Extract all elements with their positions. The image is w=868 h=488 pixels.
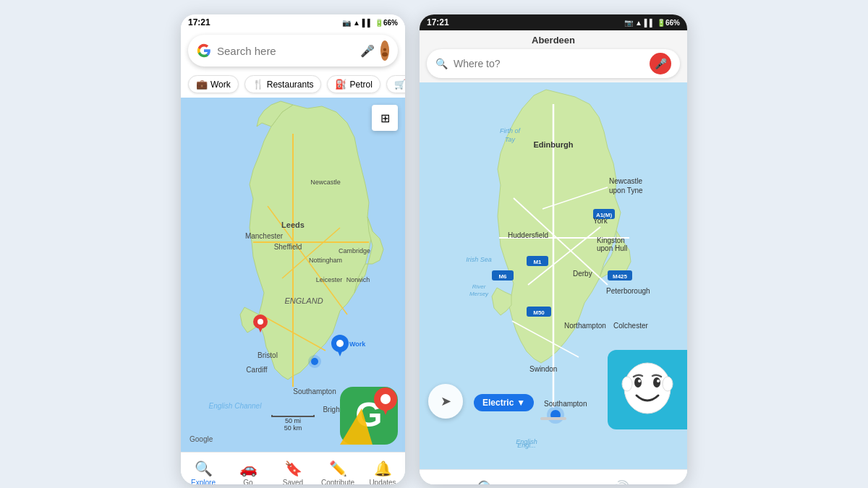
camera-icon: 📷 — [342, 19, 351, 27]
svg-point-40 — [380, 394, 391, 404]
waze-navigation-button[interactable]: ➤ — [428, 384, 463, 419]
gmaps-bottom-nav: 🔍 Explore 🚗 Go 🔖 Saved ✏️ Contribute 🔔 U… — [181, 452, 405, 484]
scale-text-km: 50 km — [271, 424, 315, 432]
updates-icon: 🔔 — [374, 460, 392, 477]
svg-text:Cardiff: Cardiff — [246, 366, 267, 374]
svg-text:Mersey: Mersey — [469, 291, 489, 297]
gmaps-search-bar[interactable]: 🎤 — [188, 35, 398, 67]
svg-text:Cambridge: Cambridge — [339, 247, 370, 254]
chip-restaurants-label: Restaurants — [267, 80, 314, 90]
gmaps-logo-icon — [197, 43, 211, 58]
nav-explore[interactable]: 🔍 Explore — [181, 453, 226, 484]
scale-bar: 50 mi 50 km — [271, 415, 315, 432]
svg-point-93 — [622, 377, 632, 391]
restaurant-chip-icon: 🍴 — [252, 79, 264, 90]
gmaps-status-bar: 17:21 📷 ▲ ▌▌ 🔋66% — [181, 14, 405, 30]
electric-badge-label: Electric — [482, 398, 514, 408]
waze-signal-icon: ▌▌ — [644, 19, 655, 27]
waze-time: 17:21 — [427, 17, 449, 27]
scroll-handle — [540, 417, 566, 424]
svg-text:Huddersfield: Huddersfield — [508, 231, 548, 239]
waze-mic-button[interactable]: 🎤 — [650, 53, 671, 74]
svg-text:Northampton: Northampton — [564, 322, 606, 330]
gmaps-header: 🎤 — [181, 30, 405, 71]
google-maps-phone: 17:21 📷 ▲ ▌▌ 🔋66% 🎤 — [181, 14, 405, 484]
waze-map-container[interactable]: M1 M6 A1(M) M425 M50 Edinburgh Newcastle… — [420, 82, 687, 469]
svg-text:Nottingham: Nottingham — [309, 257, 342, 264]
map-layer-button[interactable]: ⊞ — [372, 105, 398, 131]
waze-nav-sound[interactable]: 🔊 — [553, 470, 687, 484]
svg-text:Bristol: Bristol — [258, 351, 278, 359]
battery-icon: 🔋66% — [375, 19, 398, 27]
svg-point-1 — [383, 48, 386, 51]
svg-text:ENGLAND: ENGLAND — [284, 296, 323, 305]
work-chip-icon: 💼 — [196, 79, 208, 90]
layers-icon: ⊞ — [380, 111, 390, 125]
svg-text:Newcastle: Newcastle — [310, 179, 341, 186]
svg-text:upon Tyne: upon Tyne — [609, 187, 643, 194]
waze-bottom-nav: 🔍 🔊 — [420, 469, 687, 484]
gmaps-search-input[interactable] — [217, 45, 354, 57]
gmaps-map-container[interactable]: Leeds Sheffield Manchester Bristol Cardi… — [181, 98, 405, 452]
svg-text:Irish Sea: Irish Sea — [466, 256, 492, 263]
chip-restaurants[interactable]: 🍴 Restaurants — [244, 75, 322, 93]
nav-saved[interactable]: 🔖 Saved — [271, 453, 315, 484]
nav-go[interactable]: 🚗 Go — [226, 453, 271, 484]
svg-text:Tay: Tay — [505, 136, 516, 143]
svg-point-89 — [634, 377, 642, 388]
svg-point-92 — [657, 380, 660, 382]
svg-text:Leeds: Leeds — [281, 221, 305, 229]
saved-icon: 🔖 — [284, 460, 302, 477]
svg-text:Derby: Derby — [573, 270, 592, 278]
waze-battery-icon: 🔋66% — [657, 19, 680, 27]
google-logo-text: Google — [190, 435, 213, 443]
waze-search-input[interactable] — [454, 58, 644, 69]
waze-wifi-icon: ▲ — [635, 19, 642, 27]
svg-text:Firth of: Firth of — [500, 127, 522, 134]
waze-nav-search[interactable]: 🔍 — [420, 470, 553, 484]
waze-status-icons: 📷 ▲ ▌▌ 🔋66% — [624, 19, 680, 27]
mic-icon[interactable]: 🎤 — [360, 44, 375, 58]
svg-text:Manchester: Manchester — [245, 232, 284, 240]
nav-updates-label: Updates — [369, 479, 396, 484]
svg-text:Peterborough: Peterborough — [606, 287, 650, 295]
waze-search-bar[interactable]: 🔍 🎤 — [427, 49, 680, 78]
petrol-chip-icon: ⛽ — [335, 79, 346, 90]
svg-point-35 — [308, 355, 321, 368]
nav-contribute[interactable]: ✏️ Contribute — [315, 453, 360, 484]
chip-work[interactable]: 💼 Work — [188, 75, 239, 93]
svg-text:M6: M6 — [498, 273, 507, 280]
svg-text:Work: Work — [349, 341, 366, 348]
user-avatar[interactable] — [380, 40, 389, 61]
svg-text:York: York — [593, 217, 608, 225]
chip-grocery[interactable]: 🛒 Groce... — [386, 75, 405, 93]
electric-chevron-icon: ▼ — [516, 398, 525, 408]
waze-city-top: Aberdeen — [427, 35, 680, 46]
signal-icon: ▌▌ — [362, 19, 373, 27]
scale-text-mi: 50 mi — [271, 417, 315, 424]
gmaps-status-icons: 📷 ▲ ▌▌ 🔋66% — [342, 19, 398, 27]
navigation-arrow-icon: ➤ — [441, 393, 451, 409]
nav-updates[interactable]: 🔔 Updates — [360, 453, 405, 484]
chip-petrol[interactable]: ⛽ Petrol — [327, 75, 380, 93]
svg-text:Newcastle: Newcastle — [609, 177, 643, 185]
svg-text:Southampton: Southampton — [293, 388, 336, 395]
main-container: 17:21 📷 ▲ ▌▌ 🔋66% 🎤 — [0, 0, 868, 488]
electric-badge[interactable]: Electric ▼ — [474, 394, 534, 411]
waze-mic-icon: 🎤 — [655, 58, 667, 69]
waze-camera-icon: 📷 — [624, 19, 633, 27]
waze-header: Aberdeen 🔍 🎤 — [420, 30, 687, 82]
avatar-image — [380, 40, 389, 61]
svg-point-90 — [653, 377, 660, 388]
svg-point-32 — [336, 340, 344, 347]
svg-text:Sheffield: Sheffield — [274, 243, 302, 251]
nav-saved-label: Saved — [283, 479, 303, 484]
nav-contribute-label: Contribute — [321, 479, 354, 484]
gmaps-time: 17:21 — [188, 17, 210, 27]
chip-work-label: Work — [210, 80, 231, 90]
waze-phone: 17:21 📷 ▲ ▌▌ 🔋66% Aberdeen 🔍 🎤 — [420, 14, 687, 484]
svg-text:River: River — [472, 283, 486, 290]
svg-text:Norwich: Norwich — [346, 276, 370, 283]
svg-text:Colchester: Colchester — [613, 322, 648, 330]
svg-point-94 — [663, 377, 673, 391]
